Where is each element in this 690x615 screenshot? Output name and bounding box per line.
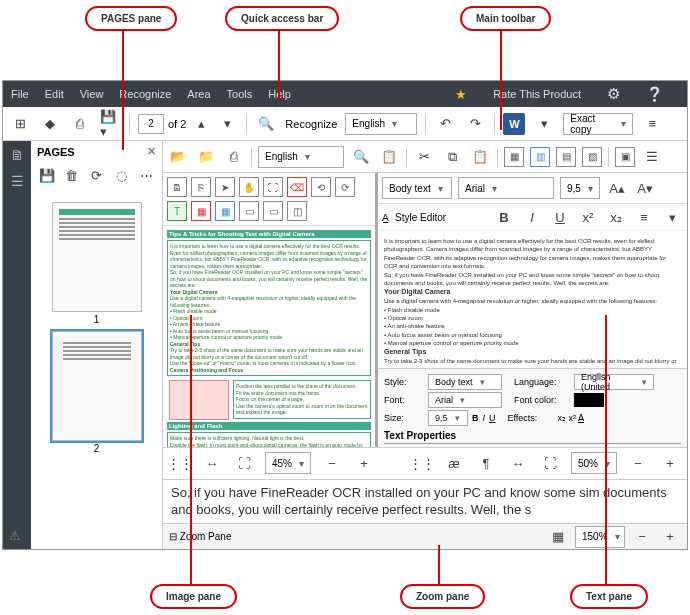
export-dd-icon[interactable]: ▾ bbox=[533, 113, 555, 135]
more-icon[interactable]: ⋯ bbox=[137, 164, 156, 186]
menu-recognize[interactable]: Recognize bbox=[119, 88, 171, 100]
menu-tools[interactable]: Tools bbox=[227, 88, 253, 100]
prop-style-select[interactable]: Body text bbox=[428, 374, 502, 390]
barcode-area-icon[interactable]: ▭ bbox=[239, 201, 259, 221]
styleed-icon[interactable]: A̲ bbox=[382, 212, 389, 223]
italic-icon[interactable]: I bbox=[521, 206, 543, 228]
mode-select[interactable]: Exact copy bbox=[563, 113, 633, 135]
layout-e-icon[interactable]: ▣ bbox=[615, 147, 635, 167]
menu-area[interactable]: Area bbox=[187, 88, 210, 100]
props-tb-icon[interactable]: ☰ bbox=[641, 146, 663, 168]
menu-view[interactable]: View bbox=[80, 88, 104, 100]
zoompane-select[interactable]: 150% bbox=[575, 526, 625, 548]
open-tb-icon[interactable]: 📂 bbox=[167, 146, 189, 168]
qab-lang-select[interactable]: English bbox=[345, 113, 417, 135]
folder-icon[interactable]: 📁 bbox=[195, 146, 217, 168]
align-dd-icon[interactable]: ▾ bbox=[661, 206, 683, 228]
picture-area-icon[interactable]: ▦ bbox=[191, 201, 211, 221]
img-tool-icon[interactable]: 🗎 bbox=[167, 177, 187, 197]
redo-icon[interactable]: ↷ bbox=[464, 113, 486, 135]
recognize-button[interactable]: Recognize bbox=[285, 118, 337, 130]
zoom-out-icon[interactable]: − bbox=[631, 526, 653, 548]
full-icon[interactable]: ⛶ bbox=[539, 452, 561, 474]
image-document[interactable]: Tips & Tricks for Shooting Text with Dig… bbox=[163, 226, 375, 447]
table-area-icon[interactable]: ▦ bbox=[215, 201, 235, 221]
picture-region[interactable] bbox=[169, 380, 229, 420]
layout-b-icon[interactable]: ▥ bbox=[530, 147, 550, 167]
grid-icon[interactable]: ▦ bbox=[547, 526, 569, 548]
copy-icon[interactable]: ⧉ bbox=[441, 146, 463, 168]
list-icon[interactable]: ⋮⋮ bbox=[169, 452, 191, 474]
list-rail-icon[interactable]: ☰ bbox=[11, 173, 24, 189]
style-select[interactable]: Body text bbox=[382, 177, 452, 199]
layout-c-icon[interactable]: ▤ bbox=[556, 147, 576, 167]
pages-rail-icon[interactable]: 🗎 bbox=[10, 147, 24, 163]
refresh-icon[interactable]: ⟳ bbox=[87, 164, 106, 186]
fit-icon[interactable]: ↔ bbox=[201, 452, 223, 474]
help-icon[interactable]: ❔ bbox=[646, 86, 663, 102]
delete-page-icon[interactable]: 🗑 bbox=[62, 164, 81, 186]
prop-lang-select[interactable]: English (United bbox=[574, 374, 654, 390]
maintb-lang-select[interactable]: English bbox=[258, 146, 344, 168]
txt-zoom-select[interactable]: 50% bbox=[571, 452, 617, 474]
expand-icon[interactable]: ⛶ bbox=[263, 177, 283, 197]
save-page-icon[interactable]: 💾 bbox=[37, 164, 56, 186]
menu-edit[interactable]: Edit bbox=[45, 88, 64, 100]
eraser-icon[interactable]: ⌫ bbox=[287, 177, 307, 197]
underline-icon[interactable]: U bbox=[549, 206, 571, 228]
new-icon[interactable]: ⊞ bbox=[9, 113, 31, 135]
img-tool-icon[interactable]: ⎘ bbox=[191, 177, 211, 197]
zoom-in-icon[interactable]: + bbox=[353, 452, 375, 474]
collapse-icon[interactable]: ⊟ bbox=[169, 531, 177, 542]
prop-font-select[interactable]: Arial bbox=[428, 392, 502, 408]
spellcheck-icon[interactable]: æ bbox=[443, 452, 465, 474]
rate-link[interactable]: Rate This Product bbox=[493, 88, 581, 100]
menu-file[interactable]: File bbox=[11, 88, 29, 100]
text-document[interactable]: It is important to learn how to use a di… bbox=[378, 231, 687, 368]
recognize-tb-icon[interactable]: 🔍 bbox=[350, 146, 372, 168]
gear-icon[interactable]: ⚙ bbox=[607, 85, 620, 103]
page-down-icon[interactable]: ▾ bbox=[216, 113, 238, 135]
close-icon[interactable]: ✕ bbox=[147, 145, 156, 158]
scan-icon[interactable]: ⎙ bbox=[69, 113, 91, 135]
zoom-out-icon[interactable]: − bbox=[321, 452, 343, 474]
options-icon[interactable]: ≡ bbox=[641, 113, 663, 135]
zoom-out-icon[interactable]: − bbox=[627, 452, 649, 474]
prop-size-select[interactable]: 9,5 bbox=[428, 410, 468, 426]
area-tool-icon[interactable]: ◫ bbox=[287, 201, 307, 221]
style-editor-button[interactable]: Style Editor bbox=[395, 212, 446, 223]
warning-icon[interactable]: ⚠ bbox=[9, 528, 21, 543]
props-tab[interactable]: Text Properties bbox=[384, 430, 456, 441]
page-thumbnail[interactable] bbox=[52, 202, 142, 312]
hand-icon[interactable]: ✋ bbox=[239, 177, 259, 197]
search-icon[interactable]: 🔍 bbox=[255, 113, 277, 135]
sup-icon[interactable]: x² bbox=[577, 206, 599, 228]
open-icon[interactable]: ◆ bbox=[39, 113, 61, 135]
bold-icon[interactable]: B bbox=[493, 206, 515, 228]
read-order-icon[interactable]: 📋 bbox=[378, 146, 400, 168]
pointer-icon[interactable]: ➤ bbox=[215, 177, 235, 197]
full-icon[interactable]: ⛶ bbox=[233, 452, 255, 474]
bg-area-icon[interactable]: ▭ bbox=[263, 201, 283, 221]
font-select[interactable]: Arial bbox=[458, 177, 554, 199]
size-select[interactable]: 9,5 bbox=[560, 177, 600, 199]
scan-tb-icon[interactable]: ⎙ bbox=[223, 146, 245, 168]
page-up-icon[interactable]: ▴ bbox=[190, 113, 212, 135]
page-input[interactable] bbox=[138, 114, 164, 134]
align-left-icon[interactable]: ≡ bbox=[633, 206, 655, 228]
undo-icon[interactable]: ↶ bbox=[434, 113, 456, 135]
save-dd-icon[interactable]: 💾▾ bbox=[99, 113, 121, 135]
shrink-font-icon[interactable]: A▾ bbox=[634, 177, 656, 199]
zoom-in-icon[interactable]: + bbox=[659, 526, 681, 548]
word-export-button[interactable]: W bbox=[503, 113, 525, 135]
color-swatch[interactable] bbox=[574, 393, 604, 407]
cut-icon[interactable]: ✂ bbox=[413, 146, 435, 168]
fit-w-icon[interactable]: ↔ bbox=[507, 452, 529, 474]
img-zoom-select[interactable]: 45% bbox=[265, 452, 311, 474]
zoom-in-icon[interactable]: + bbox=[659, 452, 681, 474]
img-tool-icon[interactable]: ⟲ bbox=[311, 177, 331, 197]
sub-icon[interactable]: x₂ bbox=[605, 206, 627, 228]
list-icon[interactable]: ⋮⋮ bbox=[411, 452, 433, 474]
page-thumbnail[interactable] bbox=[52, 331, 142, 441]
para-icon[interactable]: ¶ bbox=[475, 452, 497, 474]
